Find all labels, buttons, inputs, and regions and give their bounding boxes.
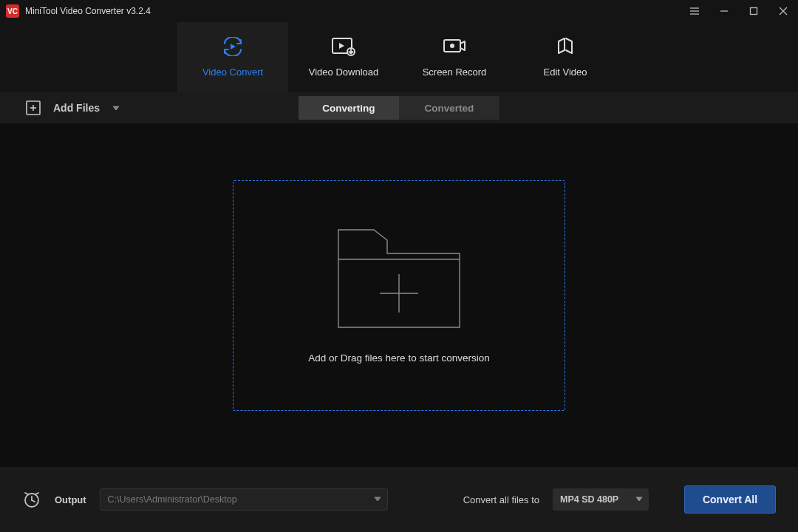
app-logo-icon: VC: [6, 4, 19, 18]
tab-video-convert[interactable]: Video Convert: [177, 22, 288, 92]
maximize-button[interactable]: [739, 0, 768, 22]
tab-screen-record[interactable]: Screen Record: [399, 22, 510, 92]
download-icon: [331, 37, 356, 56]
minimize-icon: [719, 6, 729, 16]
svg-rect-4: [751, 8, 757, 15]
switch-converting[interactable]: Converting: [299, 96, 399, 120]
app-window: VC MiniTool Video Converter v3.2.4: [0, 0, 798, 532]
drop-zone-prompt: Add or Drag files here to start conversi…: [308, 352, 489, 364]
svg-line-24: [32, 500, 35, 502]
history-button[interactable]: [22, 490, 41, 509]
main-nav: Video Convert Video Download: [0, 22, 798, 92]
svg-marker-28: [636, 497, 642, 501]
record-icon: [442, 37, 467, 56]
add-file-icon: [25, 100, 41, 116]
svg-line-26: [35, 493, 38, 494]
output-path-value: C:\Users\Administrator\Desktop: [108, 494, 237, 505]
svg-marker-9: [339, 43, 344, 49]
tab-edit-video[interactable]: Edit Video: [510, 22, 621, 92]
add-files-label: Add Files: [53, 102, 100, 114]
svg-marker-18: [113, 106, 119, 110]
tab-label: Edit Video: [543, 66, 587, 78]
close-button[interactable]: [768, 0, 798, 22]
tab-video-download[interactable]: Video Download: [288, 22, 399, 92]
drop-zone[interactable]: Add or Drag files here to start conversi…: [233, 180, 565, 411]
tab-label: Screen Record: [423, 66, 487, 78]
svg-marker-13: [460, 41, 465, 50]
convert-all-to-label: Convert all files to: [463, 494, 539, 505]
preset-selected-value: MP4 SD 480P: [560, 494, 618, 505]
folder-add-icon: [335, 227, 463, 330]
conversion-status-switch: Converting Converted: [299, 96, 499, 120]
titlebar: VC MiniTool Video Converter v3.2.4: [0, 0, 798, 22]
svg-line-25: [25, 493, 28, 494]
output-label: Output: [55, 494, 86, 505]
chevron-down-icon: [635, 494, 643, 505]
tab-label: Video Download: [309, 66, 378, 78]
maximize-icon: [748, 6, 759, 16]
add-files-button[interactable]: Add Files: [25, 100, 120, 116]
svg-marker-7: [231, 44, 236, 50]
chevron-down-icon: [374, 494, 381, 505]
hamburger-icon: [689, 6, 700, 16]
chevron-down-icon: [112, 103, 120, 112]
output-preset-dropdown[interactable]: MP4 SD 480P: [553, 488, 649, 511]
minimize-button[interactable]: [709, 0, 739, 22]
svg-marker-27: [375, 497, 381, 501]
svg-point-14: [450, 44, 454, 48]
close-icon: [778, 6, 788, 16]
main-area: Add or Drag files here to start conversi…: [0, 123, 798, 467]
footer: Output C:\Users\Administrator\Desktop Co…: [0, 467, 798, 532]
convert-all-button[interactable]: Convert All: [684, 485, 776, 514]
toolbar: Add Files Converting Converted: [0, 92, 798, 123]
switch-converted[interactable]: Converted: [399, 96, 499, 120]
app-title: MiniTool Video Converter v3.2.4: [25, 6, 151, 16]
convert-icon: [221, 37, 245, 56]
hamburger-menu-button[interactable]: [680, 0, 709, 22]
edit-icon: [554, 37, 576, 56]
output-path-dropdown[interactable]: C:\Users\Administrator\Desktop: [100, 488, 388, 511]
tab-label: Video Convert: [202, 66, 263, 78]
